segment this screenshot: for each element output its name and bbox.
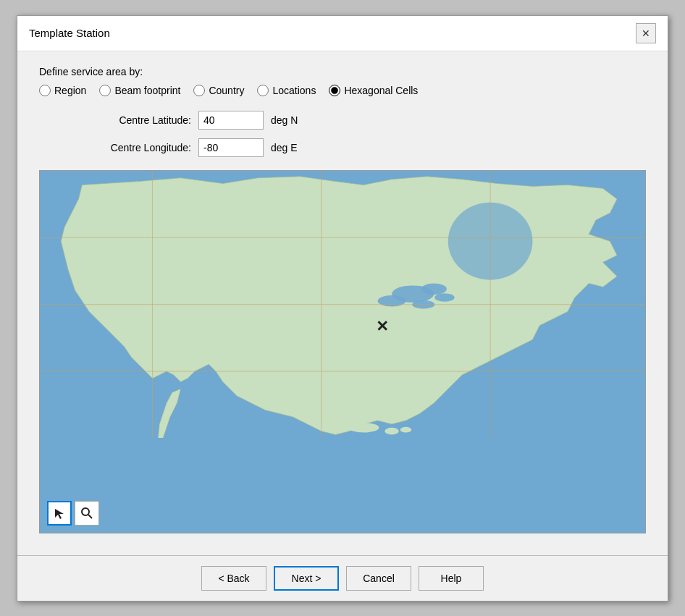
svg-point-8 bbox=[384, 427, 398, 434]
radio-country-label: Country bbox=[209, 85, 244, 96]
radio-country[interactable]: Country bbox=[193, 85, 244, 96]
map-tools bbox=[47, 501, 99, 526]
help-button[interactable]: Help bbox=[419, 566, 484, 591]
map-svg: ✕ bbox=[40, 171, 645, 438]
svg-point-2 bbox=[421, 283, 447, 295]
next-button[interactable]: Next > bbox=[274, 566, 339, 591]
radio-beam-footprint-input[interactable] bbox=[99, 85, 111, 96]
title-bar: Template Station ✕ bbox=[17, 16, 668, 51]
longitude-input[interactable] bbox=[198, 138, 264, 157]
radio-locations-input[interactable] bbox=[257, 85, 269, 96]
latitude-unit: deg N bbox=[271, 114, 298, 126]
radio-beam-footprint-label: Beam footprint bbox=[114, 85, 180, 96]
radio-hexagonal-cells-label: Hexagonal Cells bbox=[344, 85, 418, 96]
svg-point-17 bbox=[82, 508, 89, 515]
svg-point-3 bbox=[434, 293, 454, 302]
zoom-tool-button[interactable] bbox=[75, 501, 99, 526]
radio-group: Region Beam footprint Country Locations … bbox=[39, 85, 646, 96]
latitude-input[interactable] bbox=[198, 111, 264, 130]
cursor-tool-button[interactable] bbox=[47, 501, 72, 526]
longitude-unit: deg E bbox=[271, 142, 298, 153]
cursor-icon bbox=[54, 507, 65, 519]
map-container[interactable]: ✕ bbox=[39, 170, 646, 533]
radio-hexagonal-cells[interactable]: Hexagonal Cells bbox=[329, 85, 418, 96]
dialog-title: Template Station bbox=[29, 27, 110, 39]
svg-line-18 bbox=[88, 515, 92, 518]
radio-locations[interactable]: Locations bbox=[257, 85, 316, 96]
cancel-button[interactable]: Cancel bbox=[346, 566, 411, 591]
latitude-row: Centre Latitude: deg N bbox=[83, 111, 646, 130]
longitude-label: Centre Longitude: bbox=[83, 142, 191, 153]
dialog-footer: < Back Next > Cancel Help bbox=[17, 555, 668, 601]
radio-locations-label: Locations bbox=[272, 85, 316, 96]
radio-hexagonal-cells-input[interactable] bbox=[329, 85, 340, 96]
close-button[interactable]: ✕ bbox=[636, 23, 656, 43]
longitude-row: Centre Longitude: deg E bbox=[83, 138, 646, 157]
radio-beam-footprint[interactable]: Beam footprint bbox=[99, 85, 180, 96]
svg-marker-16 bbox=[55, 509, 64, 519]
radio-country-input[interactable] bbox=[193, 85, 205, 96]
svg-point-4 bbox=[378, 295, 406, 307]
magnify-icon bbox=[81, 507, 93, 519]
radio-region-input[interactable] bbox=[39, 85, 51, 96]
radio-region-label: Region bbox=[54, 85, 86, 96]
location-marker: ✕ bbox=[376, 317, 389, 334]
define-service-label: Define service area by: bbox=[39, 66, 646, 77]
template-station-dialog: Template Station ✕ Define service area b… bbox=[17, 15, 668, 602]
dialog-body: Define service area by: Region Beam foot… bbox=[17, 51, 668, 555]
back-button[interactable]: < Back bbox=[201, 566, 266, 591]
coordinates-section: Centre Latitude: deg N Centre Longitude:… bbox=[39, 111, 646, 157]
svg-point-9 bbox=[400, 426, 412, 432]
svg-point-7 bbox=[348, 423, 379, 433]
radio-region[interactable]: Region bbox=[39, 85, 86, 96]
latitude-label: Centre Latitude: bbox=[83, 114, 191, 126]
